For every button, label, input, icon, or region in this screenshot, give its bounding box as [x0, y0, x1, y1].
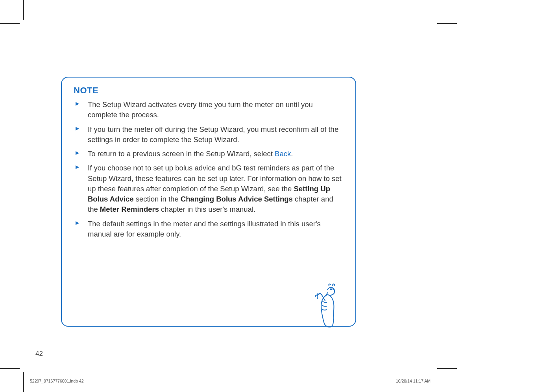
- back-link: Back: [275, 150, 291, 158]
- crop-mark: [0, 23, 20, 24]
- crop-mark: [437, 23, 457, 24]
- note-text: chapter in this user's manual.: [159, 205, 255, 213]
- note-item: If you choose not to set up bolus advice…: [74, 163, 344, 214]
- note-box: NOTE The Setup Wizard activates every ti…: [61, 77, 356, 327]
- note-text: To return to a previous screen in the Se…: [88, 150, 275, 158]
- crop-mark: [437, 0, 437, 20]
- crop-mark: [23, 372, 24, 392]
- note-text: The default settings in the meter and th…: [88, 220, 321, 238]
- note-item: The default settings in the meter and th…: [74, 219, 344, 240]
- note-list: The Setup Wizard activates every time yo…: [74, 100, 344, 239]
- note-item: If you turn the meter off during the Set…: [74, 124, 344, 145]
- crop-mark: [23, 0, 24, 20]
- bold-text: Meter Reminders: [100, 205, 159, 213]
- crop-mark: [437, 368, 457, 369]
- note-text: section in the: [134, 195, 181, 203]
- bold-text: Changing Bolus Advice Settings: [181, 195, 293, 203]
- footer-filename: 52297_07167776001.indb 42: [30, 379, 84, 383]
- note-text: .: [291, 150, 293, 158]
- svg-point-0: [331, 289, 332, 290]
- note-text: If you turn the meter off during the Set…: [88, 125, 338, 144]
- note-title: NOTE: [74, 85, 344, 96]
- page-content: NOTE The Setup Wizard activates every ti…: [24, 24, 437, 368]
- note-item: The Setup Wizard activates every time yo…: [74, 100, 344, 120]
- crop-mark: [0, 368, 20, 369]
- footer-timestamp: 10/20/14 11:17 AM: [396, 379, 431, 383]
- page-number: 42: [35, 350, 43, 358]
- note-text: The Setup Wizard activates every time yo…: [88, 100, 313, 119]
- note-item: To return to a previous screen in the Se…: [74, 149, 344, 159]
- crop-mark: [437, 372, 437, 392]
- mascot-icon: [309, 282, 344, 329]
- svg-point-1: [333, 288, 334, 290]
